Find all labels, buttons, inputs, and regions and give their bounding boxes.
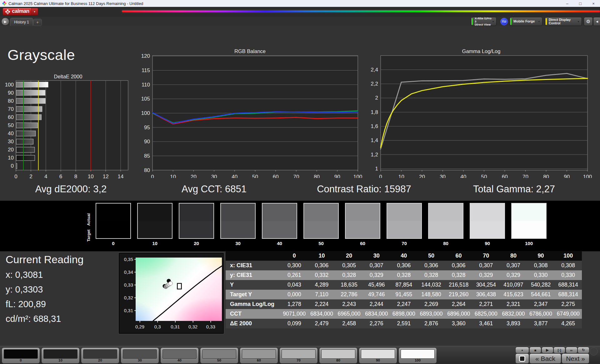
pattern-level-button-60[interactable]: 60 — [240, 347, 278, 364]
svg-text:0,33: 0,33 — [206, 324, 215, 329]
table-row-label: ΔE 2000 — [226, 319, 281, 328]
table-cell: 304,254 — [472, 280, 500, 290]
page-title: Grayscale — [8, 46, 75, 63]
pattern-level-label: 50 — [200, 358, 238, 362]
target-swatch — [304, 221, 338, 239]
table-cell: 0,328 — [390, 270, 418, 280]
svg-text:0,32: 0,32 — [188, 324, 198, 329]
table-cell: 0,261 — [281, 270, 308, 280]
table-cell: 0,043 — [281, 280, 308, 290]
pattern-level-label: 30 — [121, 358, 159, 362]
pattern-level-button-80[interactable]: 80 — [319, 347, 358, 364]
close-button[interactable]: × — [587, 0, 600, 7]
pattern-level-button-100[interactable]: 100 — [398, 347, 437, 364]
pattern-level-button-90[interactable]: 90 — [359, 347, 397, 364]
contrast-ratio-stat: Contrast Ratio: 15987 — [317, 184, 411, 195]
pattern-level-button-30[interactable]: 30 — [121, 347, 159, 364]
table-cell: 0,300 — [281, 261, 308, 270]
reading-fl-value: fL: 200,89 — [6, 299, 46, 309]
table-row-label: x: CIE31 — [226, 261, 281, 270]
grayscale-swatch-strip: Actual Target 0102030405060708090100 — [0, 201, 600, 251]
refresh-button[interactable]: ↻ — [578, 347, 589, 353]
reading-x-value: x: 0,3081 — [6, 270, 43, 280]
table-cell: 2,271 — [472, 299, 500, 309]
svg-text:90: 90 — [8, 90, 14, 96]
svg-text:40: 40 — [460, 174, 466, 178]
svg-text:50: 50 — [8, 122, 14, 128]
pattern-level-button-50[interactable]: 50 — [200, 347, 238, 364]
calman-menu-button[interactable]: calman ▼ — [2, 8, 38, 15]
single-measure-button[interactable]: [·] — [553, 347, 565, 353]
calman-logo-text: calman — [12, 8, 29, 14]
swatch-level-label: 20 — [178, 241, 215, 246]
table-cell: 0,329 — [500, 270, 527, 280]
tab-history-1[interactable]: History 1 — [10, 18, 33, 26]
history-play-button[interactable]: ▶ — [1, 17, 9, 26]
stop-button[interactable]: ■ — [529, 347, 541, 353]
table-cell: 0,328 — [335, 270, 363, 280]
next-button[interactable]: Next » — [562, 353, 589, 364]
add-tab-button[interactable]: + — [33, 19, 42, 26]
svg-text:100: 100 — [5, 82, 14, 88]
table-cell: 2,321 — [500, 299, 527, 309]
pattern-level-button-10[interactable]: 10 — [41, 347, 80, 364]
pattern-level-label: 90 — [359, 358, 397, 362]
table-cell: 2,224 — [308, 299, 336, 309]
meter-count-badge[interactable]: 712 — [500, 18, 508, 25]
meter-dropdown[interactable]: X-Rite i1Pro 3 Direct View ▼ — [471, 17, 497, 26]
pattern-level-button-20[interactable]: 20 — [81, 347, 119, 364]
table-column-header: 80 — [500, 251, 527, 261]
grayscale-swatch-70 — [387, 203, 422, 239]
target-swatch — [429, 221, 463, 239]
total-gamma-stat: Total Gamma: 2,27 — [473, 184, 555, 195]
continuous-measure-button[interactable]: ∞ — [566, 347, 578, 353]
table-cell: 9071,000 — [281, 309, 308, 319]
window-title: Calman 2025 Calman Ultimate for Business… — [8, 1, 143, 6]
actual-swatch — [96, 204, 130, 221]
rgb-balance-chart: 1201151101051009590858001020304050607080… — [138, 53, 362, 178]
table-cell: 0,308 — [554, 261, 582, 270]
actual-swatch — [304, 204, 338, 221]
table-row-label: CCT — [226, 309, 281, 319]
swatch-level-label: 100 — [511, 241, 547, 246]
target-swatch — [346, 221, 380, 239]
source-dropdown[interactable]: Mobile Forge ▼ — [509, 17, 542, 26]
gear-icon[interactable]: ⚙ — [584, 17, 593, 26]
pattern-level-button-0[interactable]: 0 — [2, 347, 40, 364]
collapse-tray-button[interactable]: ▲ — [515, 347, 529, 353]
maximize-button[interactable]: □ — [574, 0, 587, 7]
pattern-level-label: 20 — [81, 358, 119, 362]
table-cell: 0,307 — [363, 261, 390, 270]
svg-text:95: 95 — [144, 125, 150, 130]
play-button[interactable]: ▶ — [542, 347, 553, 353]
pattern-level-label: 0 — [2, 358, 40, 362]
svg-text:0,32: 0,32 — [124, 295, 133, 300]
svg-text:40: 40 — [232, 174, 238, 178]
calman-menu-chevron-icon[interactable]: ▼ — [31, 8, 38, 15]
pattern-level-button-40[interactable]: 40 — [160, 347, 199, 364]
actual-swatch — [138, 204, 172, 221]
svg-text:0: 0 — [14, 174, 17, 180]
actual-swatch — [346, 204, 380, 221]
pattern-level-button-70[interactable]: 70 — [279, 347, 318, 364]
display-control-dropdown[interactable]: Direct Display Control ▼ — [545, 17, 582, 26]
table-cell: 18,635 — [335, 280, 363, 290]
actual-swatch — [262, 204, 297, 221]
calman-diamond-icon — [5, 9, 10, 14]
svg-text:8: 8 — [74, 174, 77, 180]
svg-text:10: 10 — [8, 155, 14, 161]
svg-text:80: 80 — [144, 167, 150, 173]
calman-app-icon — [2, 1, 7, 6]
actual-swatch — [387, 204, 421, 221]
pattern-window-button[interactable] — [515, 353, 529, 364]
gamma-loglog-chart: 2,42,221,81,61,41,2101020304050607080901… — [366, 53, 598, 178]
table-cell: 0,330 — [527, 270, 555, 280]
minimize-button[interactable]: – — [561, 0, 574, 7]
collapse-panel-icon[interactable]: ◀ — [593, 17, 600, 26]
table-cell: 2,458 — [335, 319, 363, 328]
table-cell: 0,000 — [281, 290, 308, 299]
target-swatch — [179, 221, 213, 239]
back-button[interactable]: « Back — [529, 353, 561, 364]
svg-text:90: 90 — [334, 174, 340, 178]
svg-text:2,2: 2,2 — [371, 81, 378, 87]
